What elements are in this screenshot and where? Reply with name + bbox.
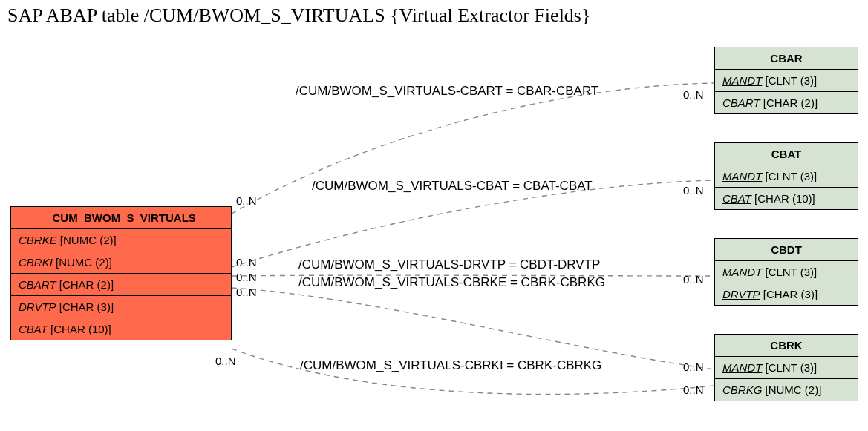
entity-cbat: CBAT MANDT [CLNT (3)] CBAT [CHAR (10)] (714, 142, 858, 210)
entity-cbar-field: CBART [CHAR (2)] (715, 92, 858, 113)
entity-cbdt-field: DRVTP [CHAR (3)] (715, 283, 858, 305)
entity-main: _CUM_BWOM_S_VIRTUALS CBRKE [NUMC (2)] CB… (10, 206, 232, 340)
entity-cbrk-field: CBRKG [NUMC (2)] (715, 379, 858, 401)
entity-cbar-field: MANDT [CLNT (3)] (715, 70, 858, 92)
entity-main-field: CBAT [CHAR (10)] (11, 318, 231, 340)
entity-cbat-header: CBAT (715, 143, 858, 165)
card-label: 0..N (236, 286, 257, 298)
entity-cbdt-header: CBDT (715, 239, 858, 261)
entity-main-field: CBRKI [NUMC (2)] (11, 251, 231, 274)
relation-label: /CUM/BWOM_S_VIRTUALS-CBART = CBAR-CBART (296, 84, 598, 99)
card-label: 0..N (683, 88, 704, 101)
entity-cbrk-field: MANDT [CLNT (3)] (715, 357, 858, 379)
card-label: 0..N (683, 273, 704, 286)
card-label: 0..N (683, 361, 704, 373)
entity-main-header: _CUM_BWOM_S_VIRTUALS (11, 207, 231, 229)
entity-main-field: CBART [CHAR (2)] (11, 274, 231, 296)
entity-cbat-field: CBAT [CHAR (10)] (715, 188, 858, 209)
card-label: 0..N (683, 184, 704, 197)
entity-cbar-header: CBAR (715, 47, 858, 70)
relation-label: /CUM/BWOM_S_VIRTUALS-CBAT = CBAT-CBAT (312, 179, 593, 194)
card-label: 0..N (236, 271, 257, 283)
entity-cbdt: CBDT MANDT [CLNT (3)] DRVTP [CHAR (3)] (714, 238, 858, 306)
card-label: 0..N (236, 194, 257, 207)
entity-cbat-field: MANDT [CLNT (3)] (715, 165, 858, 188)
entity-cbrk-header: CBRK (715, 335, 858, 357)
entity-cbar: CBAR MANDT [CLNT (3)] CBART [CHAR (2)] (714, 47, 858, 114)
relation-label: /CUM/BWOM_S_VIRTUALS-CBRKI = CBRK-CBRKG (300, 358, 601, 373)
entity-main-field: DRVTP [CHAR (3)] (11, 296, 231, 318)
card-label: 0..N (236, 256, 257, 269)
card-label: 0..N (683, 384, 704, 396)
entity-cbdt-field: MANDT [CLNT (3)] (715, 261, 858, 283)
card-label: 0..N (215, 355, 236, 367)
relation-label: /CUM/BWOM_S_VIRTUALS-CBRKE = CBRK-CBRKG (298, 275, 605, 290)
page-title: SAP ABAP table /CUM/BWOM_S_VIRTUALS {Vir… (7, 4, 590, 27)
relation-label: /CUM/BWOM_S_VIRTUALS-DRVTP = CBDT-DRVTP (298, 257, 600, 272)
entity-main-field: CBRKE [NUMC (2)] (11, 229, 231, 251)
entity-cbrk: CBRK MANDT [CLNT (3)] CBRKG [NUMC (2)] (714, 334, 858, 401)
